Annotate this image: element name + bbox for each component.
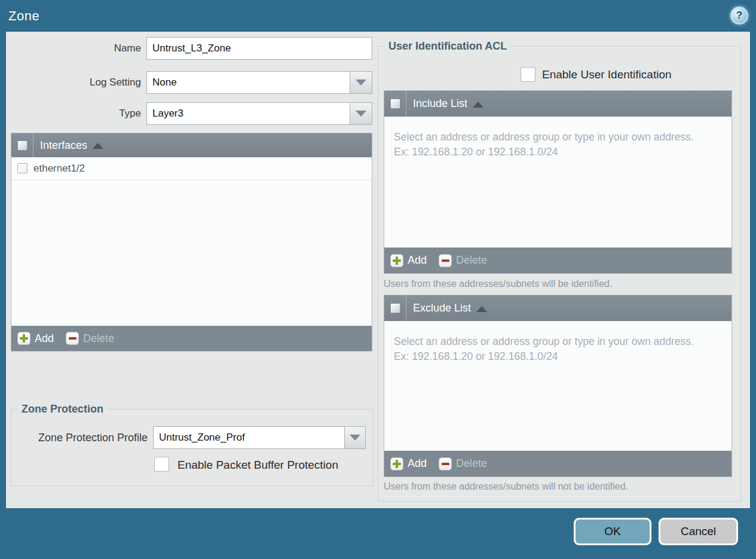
interfaces-table: Interfaces ethernet1/2 Add Dele: [11, 133, 372, 352]
zone-protection-profile-label: Zone Protection Profile: [6, 432, 148, 444]
type-dropdown-button[interactable]: [350, 102, 372, 125]
exclude-list-toolbar: Add Delete: [384, 451, 731, 476]
interfaces-header-label: Interfaces: [40, 139, 87, 152]
sort-ascending-icon: [473, 102, 483, 108]
dialog-titlebar: Zone ?: [0, 0, 756, 32]
enable-user-identification-checkbox[interactable]: [521, 67, 535, 82]
add-icon: [17, 332, 30, 345]
interface-name: ethernet1/2: [33, 163, 85, 175]
type-input[interactable]: Layer3: [146, 102, 350, 125]
name-input[interactable]: Untrust_L3_Zone: [146, 37, 372, 60]
ok-button[interactable]: OK: [574, 518, 651, 545]
delete-button[interactable]: Delete: [439, 254, 487, 267]
delete-button-label: Delete: [456, 457, 487, 470]
add-button[interactable]: Add: [390, 254, 427, 267]
zone-protection-profile-dropdown-button[interactable]: [345, 426, 366, 449]
enable-user-identification-label: Enable User Identification: [542, 68, 672, 81]
exclude-list-header-label: Exclude List: [413, 302, 471, 314]
exclude-select-all-cell: [384, 295, 406, 321]
exclude-list-placeholder: Select an address or address group or ty…: [384, 321, 719, 364]
include-list-body[interactable]: Select an address or address group or ty…: [384, 117, 731, 248]
row-checkbox-cell: [11, 163, 33, 173]
zone-dialog: Zone ? Name Untrust_L3_Zone Log Setting …: [0, 0, 756, 559]
include-list-toolbar: Add Delete: [384, 248, 731, 273]
delete-button[interactable]: Delete: [66, 332, 114, 345]
table-row[interactable]: ethernet1/2: [11, 157, 372, 180]
exclude-list-body[interactable]: Select an address or address group or ty…: [384, 321, 731, 451]
enable-packet-buffer-protection-label: Enable Packet Buffer Protection: [177, 459, 338, 472]
interfaces-select-all-checkbox[interactable]: [17, 140, 27, 151]
add-button-label: Add: [35, 332, 54, 345]
delete-icon: [439, 254, 452, 267]
log-setting-dropdown-button[interactable]: [350, 71, 372, 94]
log-setting-label: Log Setting: [6, 77, 141, 88]
exclude-list-table: Exclude List Select an address or addres…: [384, 295, 732, 477]
add-button[interactable]: Add: [390, 457, 427, 471]
zone-protection-profile-input[interactable]: Untrust_Zone_Prof: [153, 426, 345, 449]
name-label: Name: [6, 42, 141, 54]
include-list-note: Users from these addresses/subnets will …: [384, 279, 612, 289]
interfaces-table-header[interactable]: Interfaces: [11, 133, 372, 157]
dialog-content: Name Untrust_L3_Zone Log Setting None Ty…: [6, 32, 750, 508]
delete-button-label: Delete: [83, 332, 114, 345]
exclude-list-header[interactable]: Exclude List: [384, 295, 731, 321]
add-button[interactable]: Add: [17, 332, 54, 345]
user-id-acl-legend: User Identification ACL: [385, 40, 510, 53]
include-list-header[interactable]: Include List: [384, 91, 731, 117]
include-list-placeholder: Select an address or address group or ty…: [384, 117, 719, 160]
chevron-down-icon: [356, 80, 366, 85]
exclude-select-all-checkbox[interactable]: [390, 303, 400, 313]
add-button-label: Add: [408, 457, 427, 470]
include-list-header-label: Include List: [413, 97, 467, 110]
include-select-all-cell: [384, 91, 406, 117]
delete-button-label: Delete: [456, 254, 487, 267]
interfaces-table-body: ethernet1/2: [11, 157, 372, 326]
interfaces-select-all-cell: [11, 133, 33, 157]
chevron-down-icon: [350, 435, 360, 441]
exclude-list-note: Users from these addresses/subnets will …: [384, 481, 628, 492]
sort-ascending-icon: [476, 306, 487, 312]
chevron-down-icon: [356, 111, 366, 117]
sort-ascending-icon: [93, 143, 103, 149]
page-title: Zone: [8, 8, 39, 24]
add-button-label: Add: [408, 254, 427, 267]
log-setting-input[interactable]: None: [146, 71, 350, 94]
delete-button[interactable]: Delete: [439, 457, 487, 471]
add-icon: [390, 254, 403, 267]
help-icon[interactable]: ?: [730, 7, 748, 25]
include-select-all-checkbox[interactable]: [390, 99, 400, 109]
delete-icon: [66, 332, 79, 345]
include-list-table: Include List Select an address or addres…: [384, 90, 732, 274]
type-label: Type: [6, 108, 141, 120]
cancel-button[interactable]: Cancel: [659, 518, 738, 545]
enable-packet-buffer-protection-checkbox[interactable]: [154, 457, 169, 472]
row-checkbox[interactable]: [17, 163, 27, 173]
delete-icon: [439, 457, 452, 471]
interfaces-table-toolbar: Add Delete: [11, 326, 372, 351]
add-icon: [390, 457, 403, 471]
zone-protection-legend: Zone Protection: [18, 403, 107, 416]
